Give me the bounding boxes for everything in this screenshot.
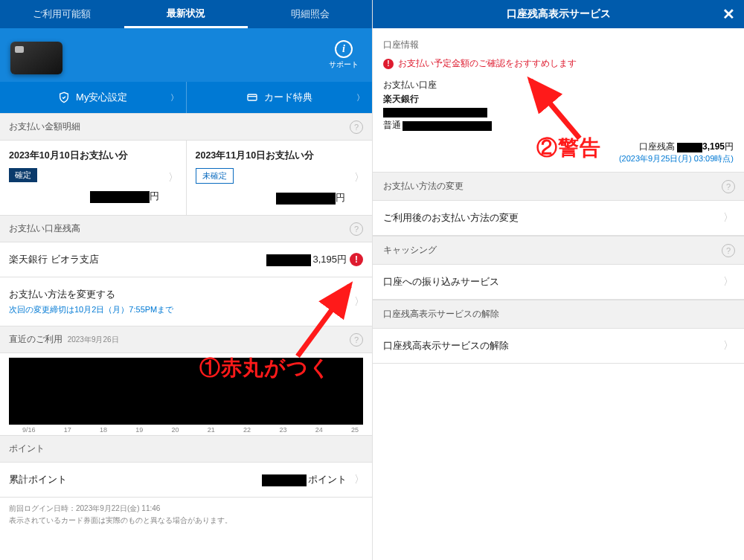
modal-body: 口座情報 ! お支払い予定金額のご確認をおすすめします お支払い口座 楽天銀行 … <box>373 28 744 560</box>
bank-name: 楽天銀行 <box>383 93 734 106</box>
currency-unit: 円 <box>150 190 159 202</box>
tab-latest-status[interactable]: 最新状況 <box>124 0 248 28</box>
previous-login-text: 前回ログイン日時：2023年9月22日(金) 11:46 <box>0 498 372 515</box>
row-bank-transfer-service[interactable]: 口座への振り込みサービス 〉 <box>373 265 744 300</box>
payment-amount: 円 <box>196 191 364 205</box>
branch-line <box>383 107 734 118</box>
redacted <box>90 191 150 203</box>
xaxis-tick: 21 <box>208 426 215 434</box>
help-icon[interactable]: ? <box>350 222 363 236</box>
payment-warning-text: お支払い予定金額のご確認をおすすめします <box>398 57 577 70</box>
account-type-line: 普通 <box>383 119 734 132</box>
shield-icon <box>58 91 70 103</box>
chevron-right-icon: 〉 <box>723 275 734 289</box>
total-points-row[interactable]: 累計ポイント ポイント 〉 <box>0 463 372 498</box>
row-bank-transfer-service-label: 口座への振り込みサービス <box>383 276 499 287</box>
close-icon[interactable]: ✕ <box>722 5 735 23</box>
status-badge: 未確定 <box>196 168 234 184</box>
balance-timestamp: (2023年9月25日(月) 03:09時点) <box>619 154 734 163</box>
xaxis-tick: 9/16 <box>22 426 36 434</box>
total-points-value: ポイント <box>262 473 347 486</box>
group-change-payment: お支払い方法の変更 ? <box>373 172 744 201</box>
chevron-right-icon: 〉 <box>723 339 734 353</box>
payment-card-oct[interactable]: 2023年10月10日お支払い分 確定 円 〉 <box>0 141 186 215</box>
points-unit: ポイント <box>308 474 347 485</box>
xaxis-tick: 25 <box>351 426 359 434</box>
balance-amount: 3,195 <box>702 141 725 152</box>
xaxis-tick: 17 <box>64 426 71 434</box>
my-safety-settings-button[interactable]: My安心設定 〉 <box>0 82 186 113</box>
balance-amount: 3,195 <box>312 254 337 265</box>
balance-label: 口座残高 <box>639 141 675 152</box>
total-points-label: 累計ポイント <box>9 474 67 485</box>
bank-name: 楽天銀行 ビオラ支店 <box>9 254 99 265</box>
xaxis-tick: 18 <box>100 426 107 434</box>
group-cashing: キャッシング ? <box>373 236 744 265</box>
currency-unit: 円 <box>337 254 347 265</box>
card-benefits-label: カード特典 <box>264 91 312 104</box>
group-change-payment-label: お支払い方法の変更 <box>383 181 464 191</box>
redacted <box>677 143 702 152</box>
bank-balance-value: 3,195円 <box>266 253 347 266</box>
row-cancel-balance-service[interactable]: 口座残高表示サービスの解除 〉 <box>373 329 744 364</box>
section-account-balance-label: お支払い口座残高 <box>9 223 80 234</box>
right-pane: 口座残高表示サービス ✕ 口座情報 ! お支払い予定金額のご確認をおすすめします… <box>372 0 744 560</box>
card-benefits-button[interactable]: カード特典 〉 <box>186 82 373 113</box>
alert-dot-icon: ! <box>383 59 394 69</box>
status-badge: 確定 <box>9 168 37 182</box>
xaxis-tick: 23 <box>279 426 286 434</box>
row-change-payment-method-label: ご利用後のお支払い方法の変更 <box>383 212 519 223</box>
currency-unit: 円 <box>336 192 345 203</box>
section-payment-detail: お支払い金額明細 ? <box>0 113 372 141</box>
change-payment-method-label: お支払い方法を変更する <box>9 288 363 301</box>
payment-date: 2023年10月10日お支払い分 <box>9 149 177 162</box>
xaxis-tick: 22 <box>243 426 251 434</box>
payment-warning-alert: ! お支払い予定金額のご確認をおすすめします <box>373 57 744 77</box>
alert-dot-icon: ! <box>350 253 363 266</box>
chevron-right-icon: 〉 <box>354 473 365 486</box>
redacted <box>403 121 492 131</box>
balance-display: 口座残高 3,195円 (2023年9月25日(月) 03:09時点) <box>373 138 744 172</box>
section-payment-detail-label: お支払い金額明細 <box>9 121 80 132</box>
redacted <box>266 254 311 266</box>
xaxis-tick: 19 <box>135 426 143 434</box>
group-cashing-label: キャッシング <box>383 245 437 255</box>
support-label: サポート <box>329 59 359 70</box>
help-icon[interactable]: ? <box>722 244 735 257</box>
bank-balance-row[interactable]: 楽天銀行 ビオラ支店 3,195円 ! <box>0 242 372 277</box>
redacted <box>383 108 487 118</box>
svg-rect-0 <box>248 94 257 100</box>
usage-graph-xaxis: 9/16 17 18 19 20 21 22 23 24 25 <box>9 425 363 434</box>
left-pane: ご利用可能額 最新状況 明細照会 i サポート My安心設定 〉 カード特典 〉… <box>0 0 372 560</box>
payment-amount: 円 <box>9 190 177 203</box>
row-change-payment-method[interactable]: ご利用後のお支払い方法の変更 〉 <box>373 201 744 236</box>
redacted <box>262 474 307 486</box>
chevron-right-icon: 〉 <box>170 92 179 103</box>
change-payment-method-row[interactable]: お支払い方法を変更する 次回の変更締切は10月2日（月）7:55PMまで 〉 <box>0 277 372 326</box>
group-cancel-service: 口座残高表示サービスの解除 <box>373 300 744 329</box>
help-icon[interactable]: ? <box>722 180 735 193</box>
payment-card-nov[interactable]: 2023年11月10日お支払い分 未確定 円 〉 <box>186 141 373 215</box>
hero-buttons: My安心設定 〉 カード特典 〉 <box>0 82 372 113</box>
help-icon[interactable]: ? <box>350 120 363 134</box>
info-icon: i <box>335 40 353 58</box>
section-account-balance: お支払い口座残高 ? <box>0 215 372 242</box>
usage-graph-canvas <box>9 358 363 425</box>
tab-statement[interactable]: 明細照会 <box>248 0 372 28</box>
section-account-info: 口座情報 <box>373 28 744 57</box>
chevron-right-icon: 〉 <box>356 92 365 103</box>
redacted <box>276 193 336 205</box>
payment-date: 2023年11月10日お支払い分 <box>196 149 364 162</box>
recent-usage-date: 2023年9月26日 <box>68 335 119 344</box>
support-button[interactable]: i サポート <box>329 40 359 70</box>
top-tabs: ご利用可能額 最新状況 明細照会 <box>0 0 372 28</box>
usage-graph: 9/16 17 18 19 20 21 22 23 24 25 <box>0 353 372 435</box>
help-icon[interactable]: ? <box>350 333 363 347</box>
tab-credit-limit[interactable]: ご利用可能額 <box>0 0 124 28</box>
card-hero: i サポート <box>0 28 372 82</box>
account-label: お支払い口座 <box>383 79 734 91</box>
section-points-label: ポイント <box>9 443 45 454</box>
modal-title: 口座残高表示サービス <box>507 7 611 21</box>
chevron-right-icon: 〉 <box>354 295 365 309</box>
group-cancel-service-label: 口座残高表示サービスの解除 <box>383 309 499 319</box>
